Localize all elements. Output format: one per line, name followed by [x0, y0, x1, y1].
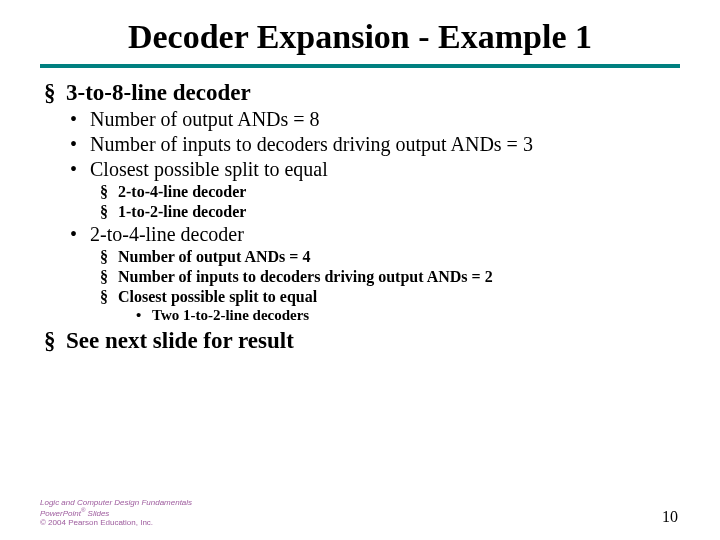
list-item: Number of output ANDs = 4	[90, 248, 680, 266]
list-text: Number of output ANDs = 4	[118, 248, 310, 265]
page-number: 10	[662, 508, 678, 526]
list-item: Two 1-to-2-line decoders	[118, 307, 680, 324]
list-text: Closest possible split to equal	[118, 288, 317, 305]
list-item: 1-to-2-line decoder	[90, 203, 680, 221]
list-text: Number of inputs to decoders driving out…	[90, 133, 533, 155]
footer-text: Slides	[85, 509, 109, 518]
footer-text: PowerPoint	[40, 509, 81, 518]
list-text: 2-to-4-line decoder	[90, 223, 244, 245]
bullet-sublist: Two 1-to-2-line decoders	[118, 307, 680, 324]
list-text: 2-to-4-line decoder	[118, 183, 246, 200]
list-item: Number of inputs to decoders driving out…	[90, 268, 680, 286]
bullet-sublist: Number of output ANDs = 8 Number of inpu…	[66, 108, 680, 324]
list-item: Closest possible split to equal 2-to-4-l…	[66, 158, 680, 221]
list-item: 2-to-4-line decoder	[90, 183, 680, 201]
list-item: Number of output ANDs = 8	[66, 108, 680, 131]
slide-content: Decoder Expansion - Example 1 3-to-8-lin…	[0, 0, 720, 354]
footer-line: Logic and Computer Design Fundamentals	[40, 498, 192, 508]
list-item: Closest possible split to equal Two 1-to…	[90, 288, 680, 324]
footer-credits: Logic and Computer Design Fundamentals P…	[40, 498, 192, 528]
list-item: 2-to-4-line decoder Number of output AND…	[66, 223, 680, 324]
slide-title: Decoder Expansion - Example 1	[40, 18, 680, 56]
list-text: Closest possible split to equal	[90, 158, 328, 180]
bullet-list: 3-to-8-line decoder Number of output AND…	[40, 80, 680, 354]
list-text: Two 1-to-2-line decoders	[152, 307, 309, 323]
list-text: 1-to-2-line decoder	[118, 203, 246, 220]
list-text: Number of output ANDs = 8	[90, 108, 320, 130]
list-text: See next slide for result	[66, 328, 294, 353]
list-text: 3-to-8-line decoder	[66, 80, 251, 105]
footer-line: PowerPoint® Slides	[40, 507, 192, 518]
list-item: 3-to-8-line decoder Number of output AND…	[40, 80, 680, 324]
bullet-sublist: 2-to-4-line decoder 1-to-2-line decoder	[90, 183, 680, 221]
footer-line: © 2004 Pearson Education, Inc.	[40, 518, 192, 528]
bullet-sublist: Number of output ANDs = 4 Number of inpu…	[90, 248, 680, 324]
title-rule	[40, 64, 680, 68]
list-text: Number of inputs to decoders driving out…	[118, 268, 493, 285]
list-item: Number of inputs to decoders driving out…	[66, 133, 680, 156]
list-item: See next slide for result	[40, 328, 680, 354]
